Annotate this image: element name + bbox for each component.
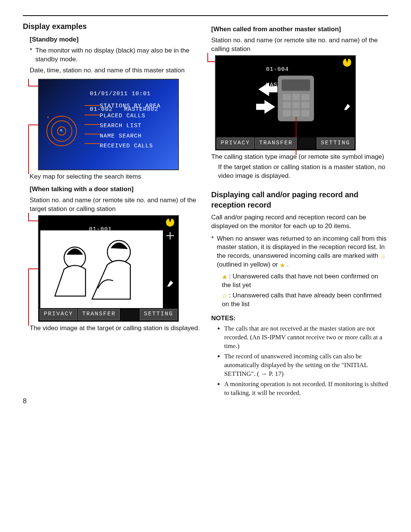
mic-icon xyxy=(167,281,173,287)
legend-outline: ☆ : Unanswered calls that have already b… xyxy=(222,291,388,309)
menu-item: PLACED CALLS xyxy=(100,112,161,120)
callout-arm xyxy=(84,134,100,134)
text-fragment: (outlined in yellow) or xyxy=(217,261,280,268)
zoom-dial-label: 🔍 xyxy=(57,126,66,136)
standby-top-caption: Date, time, station no. and name of this… xyxy=(30,66,200,75)
keypad-icon xyxy=(283,94,309,117)
callout-arm xyxy=(84,105,100,106)
side-icon-strip xyxy=(164,218,177,287)
people-illustration xyxy=(40,230,163,308)
manual-page: Display examples [Standby mode] * The mo… xyxy=(0,0,411,414)
text-fragment: : Unanswered calls that have already bee… xyxy=(222,292,381,308)
zoom-dial-icon: 🔍 xyxy=(46,116,77,146)
records-intro: Call and/or paging record and reception … xyxy=(211,213,388,231)
talk-icon xyxy=(342,57,352,68)
standby-menu: STATIONS BY AREA PLACED CALLS SEARCH LIS… xyxy=(100,102,161,150)
transfer-arrows-icon xyxy=(257,82,280,117)
star-filled-icon: ★ xyxy=(280,262,285,268)
master-station-no: 01-004 xyxy=(266,66,289,73)
standby-date-time: 01/01/2011 10:01 xyxy=(90,91,151,97)
note-item: The calls that are not received at the m… xyxy=(224,324,388,351)
setting-button[interactable]: SETTING xyxy=(140,309,177,320)
callout-arm xyxy=(84,124,100,125)
callout-line xyxy=(28,125,29,174)
master-top-caption: Station no. and name (or remote site no.… xyxy=(211,36,388,54)
standby-note-text: The monitor with no display (black) may … xyxy=(35,46,200,64)
section-heading: Display examples xyxy=(23,21,200,32)
talk-icon xyxy=(165,217,175,227)
mic-icon xyxy=(344,104,350,110)
callout-arm xyxy=(84,143,100,144)
side-icon-strip xyxy=(341,58,354,110)
notes-heading: NOTES: xyxy=(211,314,388,323)
callout-line xyxy=(28,213,29,220)
text-fragment: When no answer was returned to an incomi… xyxy=(217,235,387,260)
standby-screen-wrapper: 01/01/2011 10:01 01-002 MASTER002 🔍 STAT… xyxy=(38,79,179,170)
legend-filled: ★ : Unanswered calls that have not been … xyxy=(222,272,388,290)
button-gap xyxy=(298,137,316,149)
text-fragment: : Unanswered calls that have not been co… xyxy=(222,273,378,289)
subheading-master: [When called from another master station… xyxy=(211,25,388,34)
menu-item: STATIONS BY AREA xyxy=(100,102,161,110)
door-video-area xyxy=(40,230,163,308)
callout-line xyxy=(207,53,208,61)
button-gap xyxy=(121,309,139,320)
callout-line xyxy=(28,79,29,86)
two-column-layout: Display examples [Standby mode] * The mo… xyxy=(23,21,388,399)
menu-item: NAME SEARCH xyxy=(100,133,161,140)
master-mid-caption: The calling station type image (or remot… xyxy=(211,153,388,161)
note-item: A monitoring operation is not recorded. … xyxy=(224,380,388,398)
master-after-caption: If the target station or calling station… xyxy=(218,163,388,181)
callout-line xyxy=(28,268,29,326)
note-item: The record of unanswered incoming calls … xyxy=(224,352,388,379)
master-screen: 01-004 MASTER004 xyxy=(215,55,356,150)
door-screen: 01-001 DOOR001 xyxy=(38,215,179,322)
menu-item: SEARCH LIST xyxy=(100,122,161,130)
subheading-standby: [Standby mode] xyxy=(30,35,200,44)
asterisk: * xyxy=(211,235,214,270)
page-number: 8 xyxy=(23,396,27,406)
right-column: [When called from another master station… xyxy=(211,21,388,399)
star-outline-icon: ☆ xyxy=(380,254,386,260)
transfer-button[interactable]: TRANSFER xyxy=(78,309,120,320)
privacy-button[interactable]: PRIVACY xyxy=(217,137,254,149)
privacy-button[interactable]: PRIVACY xyxy=(40,309,77,320)
bottom-button-bar: PRIVACY TRANSFER SETTING xyxy=(217,137,354,149)
master-station-type-icon xyxy=(257,75,314,125)
standby-note: * The monitor with no display (black) ma… xyxy=(30,46,200,64)
door-screen-wrapper: 01-001 DOOR001 xyxy=(38,215,179,322)
notes-list: The calls that are not received at the m… xyxy=(211,324,388,398)
star-filled-icon: ★ xyxy=(222,274,227,280)
star-outline-icon: ☆ xyxy=(222,293,227,299)
callout-line xyxy=(296,117,296,155)
top-rule xyxy=(23,15,388,16)
standby-bottom-caption: Key map for selecting the search items xyxy=(30,173,200,181)
transfer-button[interactable]: TRANSFER xyxy=(255,137,297,149)
master-screen-wrapper: 01-004 MASTER004 xyxy=(215,55,356,150)
text-fragment: . xyxy=(287,261,289,268)
setting-button[interactable]: SETTING xyxy=(317,137,354,149)
left-column: Display examples [Standby mode] * The mo… xyxy=(23,21,200,399)
door-bottom-caption: The video image at the target or calling… xyxy=(30,324,200,333)
move-icon xyxy=(166,232,174,240)
records-star-note-text: When no answer was returned to an incomi… xyxy=(217,235,388,270)
subheading-door: [When talking with a door station] xyxy=(30,185,200,194)
asterisk: * xyxy=(30,46,32,64)
section-heading-records: Displaying call and/or paging record and… xyxy=(211,190,388,210)
menu-item: RECEIVED CALLS xyxy=(100,142,161,150)
door-top-caption: Station no. and name (or remote site no.… xyxy=(30,196,200,214)
records-star-note: * When no answer was returned to an inco… xyxy=(211,235,388,270)
callout-arm xyxy=(84,115,100,115)
standby-screen: 01/01/2011 10:01 01-002 MASTER002 🔍 STAT… xyxy=(38,79,179,170)
bottom-button-bar: PRIVACY TRANSFER SETTING xyxy=(40,309,177,320)
